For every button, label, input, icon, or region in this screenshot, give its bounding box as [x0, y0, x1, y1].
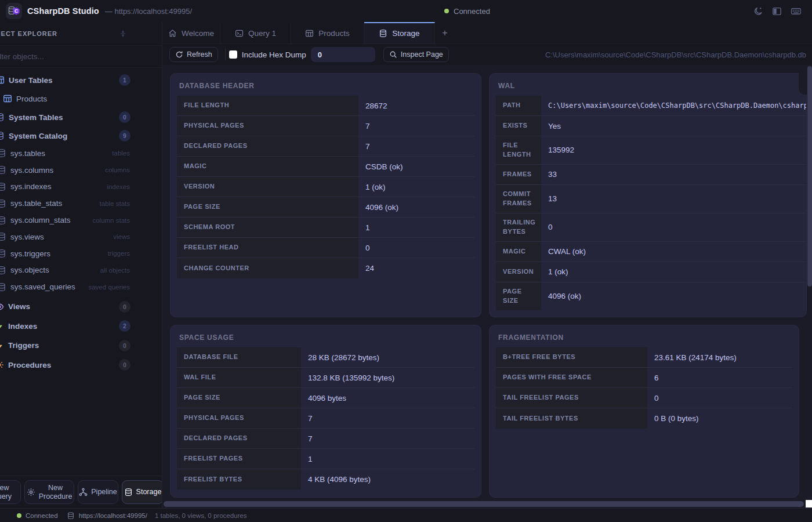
tree-item-triggers[interactable]: Triggers0: [0, 336, 162, 356]
tree-item-procedures[interactable]: Procedures0: [0, 356, 162, 375]
tree-item-sys-indexes[interactable]: sys.indexesindexes: [0, 179, 162, 195]
tree-item-sys-tables[interactable]: sys.tablestables: [0, 145, 162, 162]
row-label: Pages With Free Space: [496, 368, 647, 387]
tree-item-sys-saved-queries[interactable]: sys.saved_queriessaved queries: [0, 278, 162, 295]
card-wal: WAL PathC:\Users\maxim\source\Code\CShar…: [489, 73, 807, 317]
tree-item-hint: triggers: [108, 250, 130, 257]
row-value: C:\Users\maxim\source\Code\CSharpDB\src\…: [541, 96, 807, 115]
tree-item-user-tables[interactable]: User Tables1: [0, 71, 162, 89]
tree-item-sys-triggers[interactable]: sys.triggerstriggers: [0, 245, 162, 262]
refresh-button[interactable]: Refresh: [169, 47, 218, 62]
db-icon: [0, 216, 6, 225]
tab-storage[interactable]: Storage: [364, 22, 435, 44]
tree-item-label: sys.views: [10, 233, 44, 241]
search-icon: [389, 50, 397, 59]
wal-row: File Length135992: [496, 136, 807, 165]
tree-item-label: sys.triggers: [10, 249, 50, 258]
status-bar: Connected https://localhost:49995/ 1 tab…: [0, 508, 812, 522]
count-badge: 2: [119, 320, 130, 332]
space_usage-row: Freelist Pages1: [177, 449, 474, 469]
tree-item-system-catalog[interactable]: System Catalog9: [0, 126, 162, 145]
tree-item-sys-column-stats[interactable]: sys.column_statscolumn stats: [0, 212, 162, 229]
tree-item-label: User Tables: [9, 76, 53, 85]
row-value: 6: [647, 368, 792, 387]
tab-welcome[interactable]: Welcome: [162, 22, 220, 44]
row-label: Version: [496, 262, 541, 282]
theme-toggle-icon[interactable]: [753, 6, 763, 16]
tree-item-label: sys.tables: [10, 149, 45, 158]
db-icon: [0, 199, 6, 208]
row-value: 24: [358, 258, 474, 278]
row-label: Freelist Head: [177, 238, 358, 258]
collapse-all-icon[interactable]: [119, 30, 127, 38]
tree-item-hint: tables: [112, 150, 130, 157]
sidebar-toggle-icon[interactable]: [772, 6, 782, 16]
titlebar-connection-label: Connected: [454, 7, 490, 16]
row-value: 7: [358, 116, 474, 136]
inspect-page-button[interactable]: Inspect Page: [383, 47, 449, 62]
card-space-usage: SPACE USAGE Database File28 KB (28672 by…: [170, 325, 481, 498]
storage-content: DATABASE HEADER File Length28672Physical…: [162, 65, 812, 500]
tree-item-sys-columns[interactable]: sys.columnscolumns: [0, 162, 162, 179]
db-icon: [0, 282, 6, 292]
tab-products[interactable]: Products: [291, 22, 364, 44]
row-value: 0: [541, 213, 807, 241]
keyboard-shortcuts-icon[interactable]: [791, 6, 802, 17]
horizontal-scrollbar[interactable]: [162, 500, 812, 508]
row-label: Tail Freelist Bytes: [496, 408, 647, 429]
card-database-header: DATABASE HEADER File Length28672Physical…: [170, 73, 481, 317]
tree-item-sys-views[interactable]: sys.viewsviews: [0, 229, 162, 245]
db-icon: [379, 29, 387, 38]
pipeline-button[interactable]: Pipeline: [78, 480, 118, 504]
tab-label: Storage: [392, 29, 419, 38]
pipeline-icon: [79, 488, 88, 496]
tree-item-sys-table-stats[interactable]: sys.table_statstable stats: [0, 195, 162, 212]
tab-query-1[interactable]: Query 1: [220, 22, 291, 44]
filter-objects-input[interactable]: Filter objects...: [0, 45, 162, 68]
tree-item-label: Procedures: [8, 361, 51, 369]
tree-item-system-tables[interactable]: System Tables0: [0, 108, 162, 126]
row-value: 7: [301, 408, 474, 428]
db_header-row: Physical Pages7: [177, 116, 474, 136]
button-label: Pipeline: [91, 488, 117, 496]
fragmentation-row: B+Tree Free Bytes23.61 KB (24174 bytes): [496, 347, 792, 368]
vertical-scrollbar[interactable]: [807, 65, 812, 500]
status-url: https://localhost:49995/: [79, 512, 147, 519]
row-label: Commit Frames: [496, 185, 541, 213]
storage-button[interactable]: Storage: [122, 480, 162, 504]
tree-item-label: sys.column_stats: [10, 216, 71, 224]
tree-item-label: Products: [16, 95, 47, 103]
eye-icon: [0, 302, 4, 311]
wal-row: PathC:\Users\maxim\source\Code\CSharpDB\…: [496, 96, 807, 116]
tab-bar: WelcomeQuery 1ProductsStorage+: [162, 22, 812, 44]
object-explorer-panel: OBJECT EXPLORER Filter objects... User T…: [0, 22, 162, 508]
count-badge: 1: [119, 74, 130, 86]
new-procedure-button[interactable]: New Procedure: [24, 480, 74, 504]
vertical-scrollbar-thumb[interactable]: [807, 66, 812, 287]
horizontal-scrollbar-thumb[interactable]: [164, 501, 804, 507]
row-value: 4096 bytes: [301, 388, 474, 408]
wal-row: Frames33: [496, 165, 807, 185]
include-hex-dump-checkbox[interactable]: [229, 50, 237, 59]
count-badge: 0: [119, 111, 130, 123]
db-icon: [0, 165, 6, 175]
card-fragmentation: FRAGMENTATION B+Tree Free Bytes23.61 KB …: [489, 325, 799, 498]
new-tab-button[interactable]: +: [435, 22, 455, 44]
titlebar-connection: Connected: [444, 7, 490, 16]
tree-item-products[interactable]: Products: [3, 89, 162, 108]
tree-item-sys-objects[interactable]: sys.objectsall objects: [0, 262, 162, 279]
count-badge: 0: [119, 359, 130, 371]
space_usage-row: Page Size4096 bytes: [177, 388, 474, 408]
page-number-input[interactable]: 0: [311, 47, 375, 62]
row-label: Frames: [496, 165, 541, 184]
row-label: File Length: [496, 136, 541, 164]
card-title-space-usage: SPACE USAGE: [179, 334, 474, 342]
row-value: 28672: [358, 96, 474, 115]
tree-item-indexes[interactable]: Indexes2: [0, 317, 162, 336]
tree-item-views[interactable]: Views0: [0, 297, 162, 317]
wal-row: MagicCWAL (ok): [496, 242, 807, 262]
tab-label: Welcome: [182, 29, 214, 38]
fragmentation-row: Tail Freelist Bytes0 B (0 bytes): [496, 408, 792, 429]
row-value: 135992: [541, 136, 807, 164]
new-query-button[interactable]: New Query: [0, 480, 21, 504]
